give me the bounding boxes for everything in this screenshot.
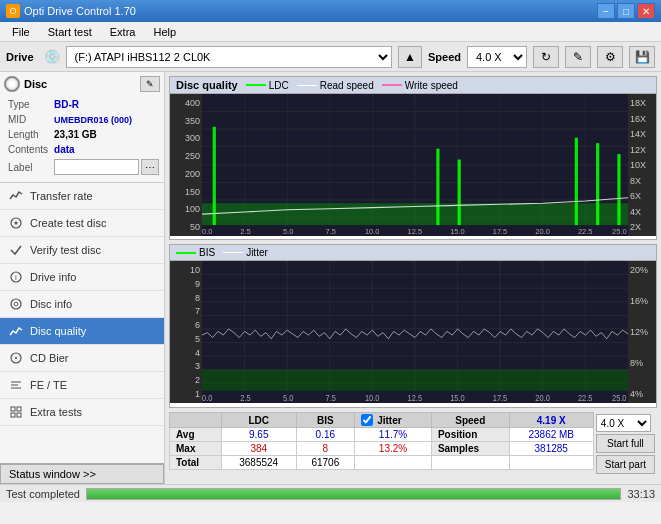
col-speed-value: 4.19 X — [509, 413, 593, 428]
disc-info-icon — [8, 296, 24, 312]
svg-text:15.0: 15.0 — [450, 393, 465, 403]
legend-ldc-label: LDC — [269, 80, 289, 91]
table-row: Max 384 8 13.2% Samples 381285 — [170, 442, 594, 456]
svg-rect-11 — [11, 407, 15, 411]
time-display: 33:13 — [627, 488, 655, 500]
row-label-avg: Avg — [170, 428, 222, 442]
total-ldc: 3685524 — [221, 456, 296, 470]
quality-icon — [8, 323, 24, 339]
disc-edit-button[interactable]: ✎ — [140, 76, 160, 92]
speed-combo[interactable]: 4.0 X — [596, 414, 651, 432]
legend-jitter-label: Jitter — [246, 247, 268, 258]
svg-text:5.0: 5.0 — [283, 227, 293, 236]
check-icon — [8, 242, 24, 258]
table-row: Avg 9.65 0.16 11.7% Position 23862 MB — [170, 428, 594, 442]
nav-label-drive-info: Drive info — [30, 271, 76, 283]
legend-read-speed: Read speed — [297, 80, 374, 91]
minimize-button[interactable]: − — [597, 3, 615, 19]
sidebar-item-transfer-rate[interactable]: Transfer rate — [0, 183, 164, 210]
label-input[interactable] — [54, 159, 139, 175]
avg-bis: 0.16 — [296, 428, 355, 442]
sidebar-item-disc-info[interactable]: Disc info — [0, 291, 164, 318]
legend-bis-label: BIS — [199, 247, 215, 258]
stats-area: LDC BIS Jitter Speed 4.19 X — [169, 412, 657, 480]
menu-extra[interactable]: Extra — [102, 24, 144, 40]
svg-text:17.5: 17.5 — [493, 393, 508, 403]
top-chart-body: 400 350 300 250 200 150 100 50 — [170, 94, 656, 236]
svg-text:7.5: 7.5 — [326, 227, 336, 236]
col-empty — [170, 413, 222, 428]
samples-value: 381285 — [509, 442, 593, 456]
bottom-chart-header: BIS Jitter — [170, 245, 656, 261]
stats-table-wrap: LDC BIS Jitter Speed 4.19 X — [169, 412, 594, 476]
start-full-button[interactable]: Start full — [596, 434, 655, 453]
type-value: BD-R — [52, 98, 161, 111]
svg-rect-34 — [436, 149, 439, 225]
legend-bis-color — [176, 252, 196, 254]
label-label: Label — [6, 158, 50, 176]
write-button[interactable]: ✎ — [565, 46, 591, 68]
nav-label-transfer-rate: Transfer rate — [30, 190, 93, 202]
sidebar-item-cd-bier[interactable]: CD Bier — [0, 345, 164, 372]
sidebar-item-drive-info[interactable]: i Drive info — [0, 264, 164, 291]
contents-label: Contents — [6, 143, 50, 156]
legend-jitter-color — [223, 252, 243, 253]
svg-point-7 — [15, 357, 17, 359]
bottom-chart-panel: BIS Jitter 10 9 8 7 6 5 4 3 2 — [169, 244, 657, 408]
sidebar-item-create-test-disc[interactable]: Create test disc — [0, 210, 164, 237]
save-button[interactable]: 💾 — [629, 46, 655, 68]
row-label-max: Max — [170, 442, 222, 456]
legend-read-speed-label: Read speed — [320, 80, 374, 91]
maximize-button[interactable]: □ — [617, 3, 635, 19]
svg-text:2.5: 2.5 — [240, 227, 250, 236]
avg-ldc: 9.65 — [221, 428, 296, 442]
disc-panel-title: Disc — [24, 78, 47, 90]
app-icon: O — [6, 4, 20, 18]
fe-te-icon — [8, 377, 24, 393]
type-label: Type — [6, 98, 50, 111]
max-ldc: 384 — [221, 442, 296, 456]
svg-rect-38 — [617, 154, 620, 225]
refresh-button[interactable]: ↻ — [533, 46, 559, 68]
sidebar-item-fe-te[interactable]: FE / TE — [0, 372, 164, 399]
label-edit-button[interactable]: ⋯ — [141, 159, 159, 175]
mid-value: UMEBDR016 (000) — [52, 113, 161, 126]
nav-label-cd-bier: CD Bier — [30, 352, 69, 364]
svg-rect-37 — [596, 143, 599, 225]
svg-text:25.0 GB: 25.0 GB — [612, 393, 628, 403]
sidebar-item-verify-test-disc[interactable]: Verify test disc — [0, 237, 164, 264]
svg-text:20.0: 20.0 — [535, 393, 550, 403]
legend-write-speed-label: Write speed — [405, 80, 458, 91]
chart-icon — [8, 188, 24, 204]
drive-select[interactable]: (F:) ATAPI iHBS112 2 CL0K — [66, 46, 392, 68]
info-icon: i — [8, 269, 24, 285]
sidebar-item-disc-quality[interactable]: Disc quality — [0, 318, 164, 345]
svg-text:22.5: 22.5 — [578, 227, 593, 236]
status-window-button[interactable]: Status window >> — [0, 463, 164, 484]
start-part-button[interactable]: Start part — [596, 455, 655, 474]
svg-text:0.0: 0.0 — [202, 227, 212, 236]
eject-button[interactable]: ▲ — [398, 46, 422, 68]
col-speed-label: Speed — [431, 413, 509, 428]
top-chart-y-left: 400 350 300 250 200 150 100 50 — [170, 94, 202, 236]
contents-value: data — [52, 143, 161, 156]
menu-start-test[interactable]: Start test — [40, 24, 100, 40]
length-label: Length — [6, 128, 50, 141]
svg-text:17.5: 17.5 — [493, 227, 508, 236]
legend-read-speed-color — [297, 85, 317, 86]
jitter-checkbox[interactable] — [361, 414, 373, 426]
sidebar-item-extra-tests[interactable]: Extra tests — [0, 399, 164, 426]
settings-button[interactable]: ⚙ — [597, 46, 623, 68]
status-btn-label: Status window >> — [9, 468, 96, 480]
avg-jitter: 11.7% — [355, 428, 432, 442]
menu-help[interactable]: Help — [145, 24, 184, 40]
length-value: 23,31 GB — [52, 128, 161, 141]
disc-icon — [4, 76, 20, 92]
close-button[interactable]: ✕ — [637, 3, 655, 19]
extra-icon — [8, 404, 24, 420]
svg-point-5 — [14, 302, 18, 306]
main-layout: Disc ✎ Type BD-R MID UMEBDR016 (000) Len… — [0, 72, 661, 484]
menu-file[interactable]: File — [4, 24, 38, 40]
speed-select[interactable]: 4.0 X — [467, 46, 527, 68]
svg-rect-13 — [11, 413, 15, 417]
